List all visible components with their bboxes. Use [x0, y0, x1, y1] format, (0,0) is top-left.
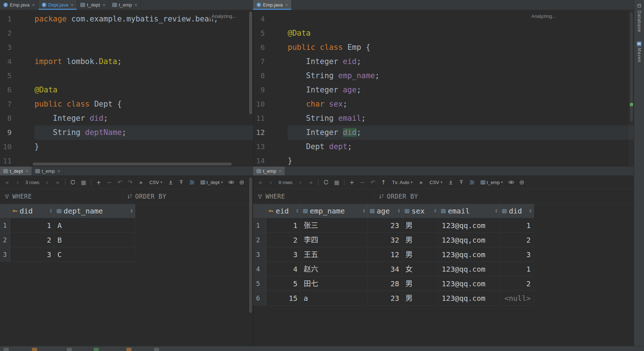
add-row-icon[interactable]: + [347, 178, 357, 187]
stop-query-icon[interactable]: ■ [78, 178, 88, 187]
sort-icon[interactable]: ↕ [397, 208, 401, 214]
cell-dept_name[interactable]: B [54, 233, 135, 247]
stop-query-icon[interactable]: ■ [332, 178, 341, 187]
cell-sex[interactable]: 男 [402, 247, 439, 262]
undo-icon[interactable]: ↶ [368, 178, 378, 187]
cell-did[interactable]: 1 [10, 218, 54, 233]
cell-sex[interactable]: 女 [402, 262, 439, 276]
cell-email[interactable]: 123@qq.com [439, 291, 500, 306]
cell-emp_name[interactable]: 张三 [301, 218, 368, 233]
import-data-icon[interactable] [457, 180, 466, 185]
view-options-icon[interactable] [226, 180, 236, 184]
code-line[interactable]: String emp_name; [288, 69, 634, 83]
redo-icon[interactable]: ↷ [125, 178, 135, 187]
sort-icon[interactable]: ↕ [362, 208, 366, 214]
column-header-dept_name[interactable]: dept_name↕ [54, 204, 135, 218]
code-line[interactable]: @Data [288, 26, 634, 40]
cell-eid[interactable]: 4 [266, 262, 301, 276]
editor-left[interactable]: 1234567891011 package com.example.mybati… [0, 10, 253, 167]
data-extractor-icon[interactable] [467, 180, 477, 185]
column-header-did[interactable]: did↕ [500, 204, 534, 218]
cell-email[interactable]: 123@qq.com [439, 247, 500, 262]
rows-count[interactable]: 3 rows [25, 180, 39, 185]
cell-dept_name[interactable]: A [54, 218, 135, 233]
close-icon[interactable]: × [32, 2, 35, 8]
code-line[interactable]: String email; [288, 111, 634, 125]
cell-did[interactable]: 2 [10, 233, 54, 247]
where-clause[interactable]: WHERE [253, 189, 374, 204]
cell-did[interactable]: 1 [500, 262, 534, 276]
cell-emp_name[interactable]: 李四 [301, 233, 368, 247]
vertical-scrollbar[interactable] [249, 12, 252, 114]
tab-t_emp[interactable]: t_emp× [253, 167, 285, 175]
import-data-icon[interactable] [177, 180, 186, 185]
code-line[interactable]: Integer did; [288, 125, 634, 140]
export-format-dropdown[interactable]: CSV▾ [430, 180, 442, 185]
close-icon[interactable]: × [57, 168, 60, 174]
close-icon[interactable]: × [285, 2, 288, 8]
cell-emp_name[interactable]: a [301, 291, 368, 306]
editor-code-left[interactable]: package com.example.mybatis_review.bean;… [32, 10, 253, 167]
cell-sex[interactable]: 男 [402, 233, 439, 247]
settings-icon[interactable] [237, 180, 247, 185]
code-line[interactable]: Integer eid; [288, 55, 634, 69]
cell-eid[interactable]: 2 [266, 233, 301, 247]
commit-icon[interactable]: ↑ [378, 178, 388, 187]
export-format-dropdown[interactable]: CSV▾ [149, 180, 162, 185]
next-page-icon[interactable]: › [295, 178, 305, 187]
code-line[interactable]: import lombok.Data; [35, 55, 253, 69]
editor-code-right[interactable]: @Datapublic class Emp { Integer eid; Str… [285, 10, 634, 167]
close-icon[interactable]: × [71, 2, 74, 8]
view-options-icon[interactable] [506, 180, 516, 184]
more-actions-icon[interactable]: » [136, 178, 146, 187]
code-line[interactable]: @Data [35, 83, 253, 97]
cell-sex[interactable]: 男 [402, 291, 439, 306]
cell-email[interactable]: 123@qq.com [439, 276, 500, 291]
first-page-icon[interactable]: « [2, 178, 12, 187]
tab-t_emp[interactable]: t_emp× [32, 167, 64, 175]
cell-age[interactable]: 12 [368, 247, 402, 262]
previous-page-icon[interactable]: ‹ [13, 178, 23, 187]
column-header-age[interactable]: age↕ [368, 204, 402, 218]
tab-Dept.java[interactable]: CDept.java× [39, 0, 77, 10]
code-line[interactable]: public class Dept { [35, 97, 253, 111]
tab-t_emp[interactable]: t_emp× [109, 0, 141, 10]
cell-eid[interactable]: 1 [266, 218, 301, 233]
delete-row-icon[interactable]: − [104, 178, 114, 187]
code-line[interactable] [35, 26, 253, 40]
export-data-icon[interactable] [446, 180, 456, 185]
last-page-icon[interactable]: » [53, 178, 62, 187]
sort-icon[interactable]: ↕ [494, 208, 498, 214]
column-header-eid[interactable]: eid↕ [266, 204, 301, 218]
column-header-did[interactable]: did↕ [10, 204, 54, 218]
cell-email[interactable]: 123@qq.com [439, 262, 500, 276]
undo-icon[interactable]: ↶ [115, 178, 125, 187]
close-icon[interactable]: × [279, 168, 282, 174]
order-by-clause[interactable]: ORDER BY [374, 189, 634, 204]
last-page-icon[interactable]: » [306, 178, 316, 187]
column-header-emp_name[interactable]: emp_name↕ [301, 204, 368, 218]
data-extractor-icon[interactable] [187, 180, 197, 185]
cell-eid[interactable]: 3 [266, 247, 301, 262]
cell-email[interactable]: 123@qq,com [439, 233, 500, 247]
add-row-icon[interactable]: + [94, 178, 104, 187]
code-line[interactable]: Integer did; [35, 111, 253, 125]
cell-emp_name[interactable]: 田七 [301, 276, 368, 291]
cell-did[interactable]: 2 [500, 233, 534, 247]
cell-did[interactable]: <null> [500, 291, 534, 306]
tab-t_dept[interactable]: t_dept× [77, 0, 109, 10]
cell-emp_name[interactable]: 王五 [301, 247, 368, 262]
cell-age[interactable]: 32 [368, 233, 402, 247]
code-line[interactable]: } [288, 154, 634, 167]
cell-eid[interactable]: 15 [266, 291, 301, 306]
cell-sex[interactable]: 男 [402, 218, 439, 233]
column-header-sex[interactable]: sex↕ [402, 204, 439, 218]
code-line[interactable] [288, 12, 634, 26]
close-icon[interactable]: × [102, 2, 105, 8]
cell-sex[interactable]: 男 [402, 276, 439, 291]
next-page-icon[interactable]: › [42, 178, 52, 187]
sort-icon[interactable]: ↕ [49, 208, 53, 214]
code-line[interactable]: public class Emp { [288, 40, 634, 55]
close-icon[interactable]: × [134, 2, 137, 8]
code-line[interactable]: char sex; [288, 97, 634, 111]
